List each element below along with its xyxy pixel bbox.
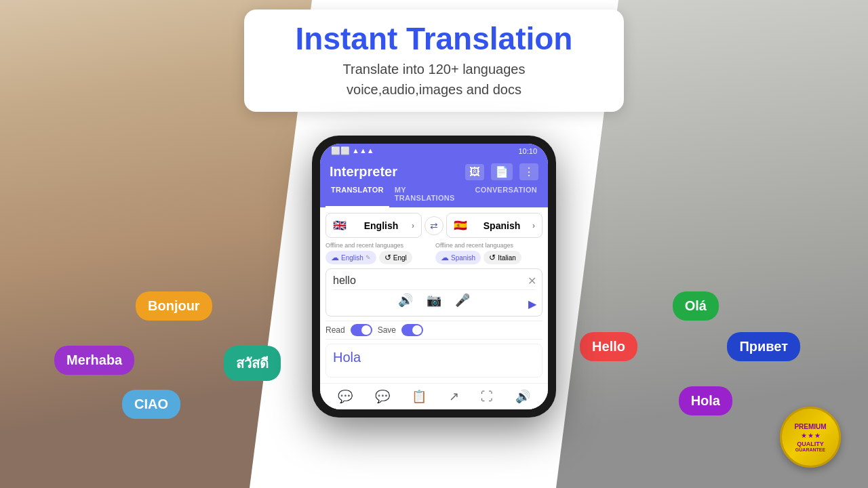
spanish-flag: ☁ (441, 253, 449, 262)
star-1: ★ (801, 432, 807, 439)
phone-body: ⬜⬜ ▲▲▲ 10:10 Interpreter 🖼 📄 ⋮ TRANSLATO… (312, 136, 556, 418)
read-label: Read (326, 325, 345, 335)
phone-mockup: ⬜⬜ ▲▲▲ 10:10 Interpreter 🖼 📄 ⋮ TRANSLATO… (312, 136, 556, 418)
source-chip-recent[interactable]: ↺ Engl (379, 251, 412, 264)
badge-stars: ★ ★ ★ (801, 432, 821, 439)
read-toggle[interactable] (351, 324, 372, 336)
star-2: ★ (808, 432, 814, 439)
bubble-merhaba: Merhaba (54, 346, 134, 375)
app-name: Interpreter (330, 164, 397, 180)
gallery-button[interactable]: 🖼 (465, 164, 484, 180)
swap-languages-button[interactable]: ⇄ (425, 216, 443, 235)
app-subtitle: Translate into 120+ languages voice,audi… (271, 59, 597, 100)
badge-guarantee-text: GUARANTEE (795, 447, 825, 452)
speaker-icon[interactable]: 🔊 (515, 389, 530, 404)
more-button[interactable]: ⋮ (519, 163, 538, 180)
status-bar: ⬜⬜ ▲▲▲ 10:10 (320, 144, 548, 158)
pdf-button[interactable]: 📄 (491, 163, 513, 180)
save-label: Save (378, 325, 396, 335)
source-lang-flag: 🇬🇧 (333, 219, 347, 232)
badge-premium-text: PREMIUM (794, 423, 826, 430)
tab-conversation[interactable]: CONVERSATION (470, 180, 542, 207)
fullscreen-icon[interactable]: ⛶ (481, 390, 493, 404)
whatsapp-icon[interactable]: 💬 (338, 389, 353, 404)
volume-icon[interactable]: 🔊 (398, 293, 413, 308)
bubble-ola: Olá (673, 291, 719, 321)
mic-icon[interactable]: 🎤 (455, 293, 470, 308)
camera-icon[interactable]: 📷 (427, 293, 441, 308)
target-chip-italian[interactable]: ↺ Italian (484, 251, 521, 264)
bubble-hola: Hola (679, 386, 732, 415)
target-recent-col: Offline and recent languages ☁ Spanish ↺… (435, 242, 542, 264)
send-button[interactable]: ▶ (528, 298, 536, 310)
italian-chip-label: Italian (498, 254, 516, 262)
input-actions: 🔊 📷 🎤 (333, 289, 535, 310)
target-recent-label: Offline and recent languages (435, 242, 542, 249)
translator-body: 🇬🇧 English › ⇄ 🇪🇸 Spanish › Offline and … (320, 207, 548, 383)
tab-bar: TRANSLATOR MY TRANSLATIONS CONVERSATION (320, 180, 548, 207)
english-flag: ☁ (331, 253, 339, 262)
status-time: 10:10 (518, 147, 537, 155)
target-lang-button[interactable]: 🇪🇸 Spanish › (446, 213, 542, 238)
recent-langs-row: Offline and recent languages ☁ English ✎… (326, 242, 542, 264)
messenger-icon[interactable]: 💬 (375, 389, 390, 404)
bubble-ciao: CIAO (122, 390, 180, 419)
source-recent-col: Offline and recent languages ☁ English ✎… (326, 242, 433, 264)
source-chips: ☁ English ✎ ↺ Engl (326, 251, 433, 264)
bottom-bar: 💬 💬 📋 ↗ ⛶ 🔊 (320, 383, 548, 409)
bubble-bonjour: Bonjour (136, 291, 212, 321)
target-chips: ☁ Spanish ↺ Italian (435, 251, 542, 264)
spanish-chip-label: Spanish (451, 254, 475, 262)
star-3: ★ (814, 432, 821, 439)
toggles-row: Read Save (326, 321, 542, 340)
status-signal: ⬜⬜ ▲▲▲ (331, 146, 374, 155)
input-text: hello (333, 274, 535, 287)
source-recent-label: Offline and recent languages (326, 242, 433, 249)
header-box: Instant Translation Translate into 120+ … (244, 9, 624, 112)
target-lang-chevron: › (532, 221, 535, 230)
badge-quality-text: QUALITY (797, 441, 824, 447)
english-chip-label: English (341, 254, 363, 262)
english-chip-edit: ✎ (366, 254, 371, 261)
target-chip-spanish[interactable]: ☁ Spanish (435, 251, 481, 264)
bubble-privet: Привет (727, 332, 800, 361)
app-header: Interpreter 🖼 📄 ⋮ (320, 158, 548, 180)
bubble-hello: Hello (580, 332, 637, 361)
app-title: Instant Translation (271, 22, 597, 56)
bubble-sawatdi: สวัสดี (224, 346, 281, 381)
recent-chip-label: Engl (393, 254, 407, 262)
phone-screen: ⬜⬜ ▲▲▲ 10:10 Interpreter 🖼 📄 ⋮ TRANSLATO… (320, 144, 548, 409)
source-chip-english[interactable]: ☁ English ✎ (326, 251, 376, 264)
copy-icon[interactable]: 📋 (412, 389, 427, 404)
premium-badge: PREMIUM ★ ★ ★ QUALITY GUARANTEE (780, 407, 841, 468)
source-lang-button[interactable]: 🇬🇧 English › (326, 213, 422, 238)
target-lang-flag: 🇪🇸 (454, 219, 467, 232)
italian-flag: ↺ (489, 253, 496, 262)
output-text: Hola (333, 350, 535, 365)
save-toggle[interactable] (401, 324, 423, 336)
input-area[interactable]: hello ✕ ▶ 🔊 📷 🎤 (326, 268, 542, 317)
tab-my-translations[interactable]: MY TRANSLATIONS (389, 180, 470, 207)
output-area: Hola (326, 344, 542, 378)
share-icon[interactable]: ↗ (449, 389, 459, 404)
clear-button[interactable]: ✕ (528, 274, 536, 287)
tab-translator[interactable]: TRANSLATOR (326, 180, 389, 207)
source-lang-label: English (364, 220, 399, 231)
source-lang-chevron: › (412, 221, 414, 230)
recent-flag: ↺ (384, 253, 391, 262)
app-icon-group: 🖼 📄 ⋮ (465, 163, 538, 180)
lang-selector-row: 🇬🇧 English › ⇄ 🇪🇸 Spanish › (326, 213, 542, 238)
target-lang-label: Spanish (484, 220, 520, 231)
